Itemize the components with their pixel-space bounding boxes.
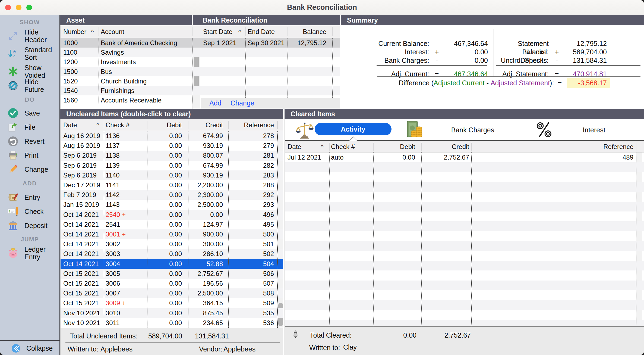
column-header-balance[interactable]: Balance: [288, 25, 329, 38]
table-row[interactable]: Oct 15 202130050.002,752.67506: [61, 269, 283, 279]
sidebar-item-hide-future[interactable]: Hide Future: [0, 79, 59, 93]
sidebar-item-show-voided[interactable]: Show Voided: [0, 64, 59, 79]
sidebar-item-standard-sort[interactable]: AZStandard Sort: [0, 46, 59, 61]
table-row[interactable]: [201, 57, 340, 67]
table-row[interactable]: 1560Accounts Receivable: [61, 95, 201, 105]
table-row[interactable]: [285, 281, 644, 290]
table-row[interactable]: Oct 14 202130040.0052.88504: [61, 259, 283, 269]
table-row[interactable]: [285, 202, 644, 211]
sidebar-item-deposit[interactable]: Deposit: [0, 219, 59, 233]
table-row[interactable]: [201, 95, 340, 98]
table-row[interactable]: Oct 15 202130070.002,500.00508: [61, 288, 283, 298]
table-row[interactable]: [201, 86, 340, 95]
table-row[interactable]: [285, 211, 644, 221]
table-row[interactable]: [285, 270, 644, 280]
table-row[interactable]: [285, 221, 644, 231]
table-row[interactable]: [201, 67, 340, 76]
table-row[interactable]: [285, 300, 644, 310]
table-row[interactable]: Jan 15 201911430.002,500.00293: [61, 200, 283, 210]
sidebar-item-print[interactable]: Print: [0, 148, 59, 162]
table-row[interactable]: 1520Church Building: [61, 76, 201, 86]
table-row[interactable]: Aug 16 201911370.00930.19279: [61, 141, 283, 151]
table-row[interactable]: Nov 10 202130110.00234.65536: [61, 318, 283, 328]
add-link[interactable]: Add: [209, 99, 221, 107]
table-row[interactable]: Oct 15 202130060.00196.56507: [61, 279, 283, 288]
tab-interest[interactable]: Interest: [583, 126, 605, 134]
table-row[interactable]: Sep 6 201911390.00674.99282: [61, 161, 283, 170]
table-row[interactable]: [285, 192, 644, 202]
table-row[interactable]: Jul 12 2021auto0.002,752.67489: [285, 152, 644, 162]
table-row[interactable]: Dec 17 201911410.002,200.00288: [61, 180, 283, 190]
column-header-account[interactable]: Account: [99, 25, 192, 38]
table-row[interactable]: [285, 172, 644, 182]
column-header-debit[interactable]: Debit: [373, 141, 421, 152]
cell-reference: 509: [228, 298, 277, 308]
table-row[interactable]: [285, 320, 644, 326]
svg-text:Z: Z: [13, 54, 15, 58]
table-row[interactable]: Aug 16 201911360.00674.99278: [61, 131, 283, 141]
table-row[interactable]: [285, 241, 644, 251]
column-separator: [277, 121, 278, 129]
column-header-credit[interactable]: Credit: [421, 141, 471, 152]
table-row[interactable]: Oct 14 202125410.00124.97495: [61, 220, 283, 229]
tab-activity[interactable]: Activity: [315, 123, 392, 135]
table-row[interactable]: 1000Bank of America Checking: [61, 38, 201, 48]
column-header-reference[interactable]: Reference: [228, 119, 277, 131]
column-separator: [245, 38, 246, 98]
table-row[interactable]: Sep 6 201911400.00930.19283: [61, 170, 283, 180]
table-row[interactable]: 1540Furnishings: [61, 86, 201, 95]
table-row[interactable]: [285, 182, 644, 192]
file-icon: [7, 121, 19, 133]
change-link[interactable]: Change: [231, 99, 254, 107]
table-row[interactable]: [201, 76, 340, 86]
table-row[interactable]: [285, 290, 644, 300]
column-header-end-date[interactable]: End Date: [245, 25, 288, 38]
sidebar-item-entry[interactable]: Entry: [0, 190, 59, 204]
cell-date: Oct 15 2021: [61, 298, 104, 308]
table-row[interactable]: [201, 48, 340, 57]
sidebar-item-ledger-entry[interactable]: Ledger Entry: [0, 246, 59, 260]
table-row[interactable]: Oct 14 20213001 +0.00900.00500: [61, 229, 283, 239]
cell-check: 3007: [104, 288, 147, 298]
table-row[interactable]: Sep 6 201911380.00800.07281: [61, 151, 283, 160]
table-row[interactable]: Oct 14 20212540 +0.000.00496: [61, 210, 283, 220]
bank-reconciliation-actions: Add Change: [201, 98, 340, 109]
sidebar-item-file[interactable]: File: [0, 120, 59, 134]
sidebar-item-revert[interactable]: Revert: [0, 134, 59, 148]
sidebar-item-hide-header[interactable]: Hide Header: [0, 29, 59, 43]
table-row[interactable]: 1500Bus: [61, 67, 201, 76]
column-header-reference[interactable]: Reference: [471, 141, 636, 152]
summary-row-right: Statement Balance:12,795.12: [497, 39, 607, 48]
cell-credit: 2,752.67: [421, 152, 471, 162]
table-row[interactable]: [285, 251, 644, 261]
column-header-credit[interactable]: Credit: [188, 119, 228, 131]
table-row[interactable]: [285, 231, 644, 241]
table-row[interactable]: Nov 10 202130100.00875.45535: [61, 308, 283, 318]
table-row[interactable]: Oct 14 202130030.00286.10502: [61, 249, 283, 259]
sidebar-item-change[interactable]: Change: [0, 162, 59, 176]
table-row[interactable]: Sep 1 2021Sep 30 202112,795.12: [201, 38, 340, 48]
table-row[interactable]: 1100Savings: [61, 48, 201, 57]
table-row[interactable]: Oct 15 20213009 +0.00364.15509: [61, 298, 283, 308]
sidebar-item-save[interactable]: Save: [0, 106, 59, 120]
column-separator: [636, 152, 636, 326]
sidebar-item-check[interactable]: $Check: [0, 204, 59, 219]
table-row[interactable]: [285, 162, 644, 172]
column-header-check-[interactable]: Check #: [329, 141, 373, 152]
sidebar-item-collapse[interactable]: Collapse: [0, 340, 59, 355]
table-row[interactable]: 1200Investments: [61, 57, 201, 67]
table-row[interactable]: [285, 310, 644, 320]
cell-account: Savings: [99, 48, 192, 57]
cell-check: 1141: [104, 180, 147, 190]
tab-bank-charges[interactable]: Bank Charges: [451, 126, 494, 134]
bank-reconciliation-rows: Sep 1 2021Sep 30 202112,795.12: [201, 38, 340, 98]
table-row[interactable]: [285, 261, 644, 270]
table-row[interactable]: Oct 14 202130020.00300.00501: [61, 239, 283, 249]
column-separator: [192, 38, 193, 105]
column-header-check-[interactable]: Check #: [104, 119, 147, 131]
difference-separator: -: [485, 79, 491, 87]
column-header-debit[interactable]: Debit: [147, 119, 188, 131]
column-separator: [471, 152, 472, 326]
standard-sort-icon: AZ: [7, 48, 19, 60]
table-row[interactable]: Feb 7 201911420.002,300.00292: [61, 190, 283, 200]
